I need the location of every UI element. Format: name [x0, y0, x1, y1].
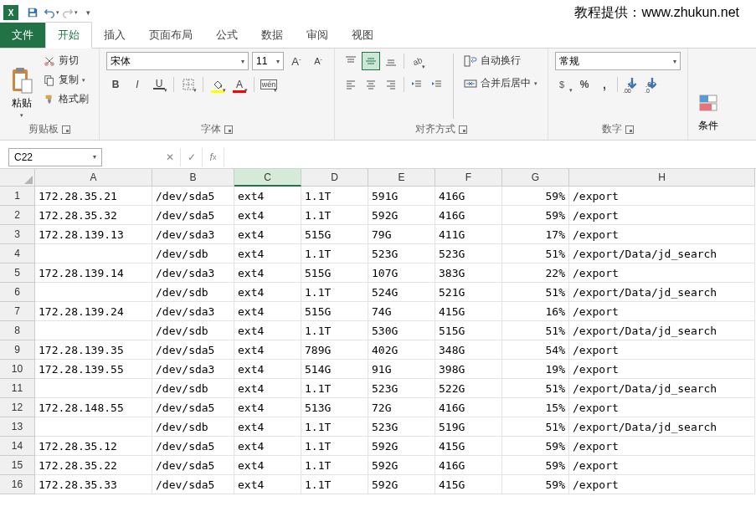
cell[interactable]: 515G — [301, 225, 368, 244]
merge-center-button[interactable]: 合并后居中▾ — [460, 74, 541, 92]
number-format-combo[interactable]: 常规▾ — [555, 52, 681, 70]
cell[interactable]: ext4 — [234, 340, 301, 360]
cell[interactable]: 415G — [435, 437, 502, 456]
cell[interactable]: /export — [569, 225, 755, 244]
cell[interactable]: /export — [569, 437, 755, 456]
font-dialog-launcher[interactable] — [224, 125, 233, 134]
row-header[interactable]: 11 — [0, 379, 35, 398]
increase-decimal-button[interactable]: .0.00 — [621, 75, 640, 94]
cell[interactable]: ext4 — [234, 187, 301, 206]
cell[interactable]: ext4 — [234, 475, 301, 494]
tab-home[interactable]: 开始 — [45, 22, 92, 49]
fill-color-button[interactable]: ▾ — [208, 75, 227, 94]
row-header[interactable]: 3 — [0, 225, 35, 244]
cell[interactable]: 1.1T — [301, 437, 368, 456]
row-header[interactable]: 6 — [0, 283, 35, 302]
accounting-format-button[interactable]: $▾ — [555, 75, 573, 94]
cell[interactable]: /export — [569, 302, 755, 321]
cell[interactable]: 172.28.35.33 — [35, 475, 152, 494]
spreadsheet-grid[interactable]: ABCDEFGH 1172.28.35.21/dev/sda5ext41.1T5… — [0, 169, 756, 494]
cell[interactable]: 59% — [502, 187, 569, 206]
cell[interactable]: ext4 — [234, 456, 301, 475]
cell[interactable]: 398G — [435, 360, 502, 379]
cell[interactable]: /dev/sda5 — [152, 187, 234, 206]
paste-button[interactable]: 粘贴 ▾ — [7, 52, 37, 120]
cell[interactable]: 172.28.139.14 — [35, 263, 152, 283]
cell[interactable]: 521G — [435, 283, 502, 302]
cell[interactable]: 54% — [502, 340, 569, 360]
cell[interactable]: 515G — [435, 321, 502, 340]
copy-button[interactable]: 复制▾ — [40, 71, 92, 89]
row-header[interactable]: 12 — [0, 398, 35, 417]
cell[interactable]: 1.1T — [301, 244, 368, 263]
cell[interactable]: 789G — [301, 340, 368, 360]
column-header-H[interactable]: H — [569, 169, 755, 187]
cell[interactable]: 17% — [502, 225, 569, 244]
cell[interactable]: 416G — [435, 206, 502, 225]
phonetic-guide-button[interactable]: wén▾ — [260, 75, 278, 94]
cell[interactable]: 1.1T — [301, 321, 368, 340]
cell[interactable]: /dev/sda3 — [152, 360, 234, 379]
percent-format-button[interactable]: % — [575, 75, 594, 94]
cell[interactable]: 416G — [435, 187, 502, 206]
cell[interactable]: 51% — [502, 379, 569, 398]
cell[interactable]: 72G — [368, 398, 435, 417]
cell[interactable]: 91G — [368, 360, 435, 379]
cell[interactable]: 592G — [368, 437, 435, 456]
cell[interactable]: /export — [569, 398, 755, 417]
cell[interactable]: 515G — [301, 263, 368, 283]
column-header-E[interactable]: E — [368, 169, 435, 187]
cell[interactable]: /export/Data/jd_search — [569, 244, 755, 263]
cell[interactable]: 51% — [502, 244, 569, 263]
tab-insert[interactable]: 插入 — [92, 23, 137, 48]
cell[interactable]: /export — [569, 456, 755, 475]
enter-button[interactable]: ✓ — [181, 148, 203, 166]
cell[interactable]: /dev/sdb — [152, 379, 234, 398]
select-all-corner[interactable] — [0, 169, 35, 187]
cell[interactable]: ext4 — [234, 225, 301, 244]
cell[interactable]: /dev/sdb — [152, 283, 234, 302]
underline-button[interactable]: U▾ — [150, 75, 168, 94]
cut-button[interactable]: 剪切 — [40, 52, 92, 69]
cell[interactable]: ext4 — [234, 321, 301, 340]
cell[interactable]: 523G — [435, 244, 502, 263]
font-color-button[interactable]: A▾ — [230, 75, 249, 94]
cell[interactable]: 591G — [368, 187, 435, 206]
row-header[interactable]: 16 — [0, 475, 35, 494]
cell[interactable]: /export/Data/jd_search — [569, 283, 755, 302]
cell[interactable]: 514G — [301, 360, 368, 379]
cell[interactable]: ext4 — [234, 417, 301, 437]
row-header[interactable]: 4 — [0, 244, 35, 263]
cell[interactable]: 1.1T — [301, 206, 368, 225]
cell[interactable]: /export/Data/jd_search — [569, 321, 755, 340]
cell[interactable]: ext4 — [234, 379, 301, 398]
cell[interactable]: 172.28.148.55 — [35, 398, 152, 417]
cell[interactable]: /dev/sda5 — [152, 437, 234, 456]
cell[interactable]: /dev/sda3 — [152, 263, 234, 283]
column-header-F[interactable]: F — [435, 169, 502, 187]
align-left-button[interactable] — [342, 75, 360, 94]
row-header[interactable]: 13 — [0, 417, 35, 437]
cell[interactable] — [35, 244, 152, 263]
number-dialog-launcher[interactable] — [625, 125, 634, 134]
align-top-button[interactable] — [342, 52, 360, 70]
cell[interactable]: /dev/sda3 — [152, 302, 234, 321]
cell[interactable]: 59% — [502, 456, 569, 475]
align-center-button[interactable] — [362, 75, 380, 94]
undo-icon[interactable]: ▾ — [42, 3, 60, 22]
cell[interactable]: 592G — [368, 475, 435, 494]
tab-formula[interactable]: 公式 — [204, 23, 249, 48]
cell[interactable] — [35, 283, 152, 302]
borders-button[interactable]: ▾ — [179, 75, 198, 94]
font-size-combo[interactable]: 11▾ — [252, 52, 284, 70]
cell[interactable]: ext4 — [234, 302, 301, 321]
cell[interactable]: /dev/sda3 — [152, 225, 234, 244]
wrap-text-button[interactable]: 自动换行 — [460, 52, 541, 69]
cell[interactable]: /export — [569, 263, 755, 283]
format-painter-button[interactable]: 格式刷 — [40, 90, 92, 108]
cell[interactable]: /dev/sdb — [152, 244, 234, 263]
cell[interactable]: ext4 — [234, 360, 301, 379]
cell[interactable]: 522G — [435, 379, 502, 398]
redo-icon[interactable]: ▾ — [60, 3, 79, 22]
cell[interactable]: ext4 — [234, 437, 301, 456]
